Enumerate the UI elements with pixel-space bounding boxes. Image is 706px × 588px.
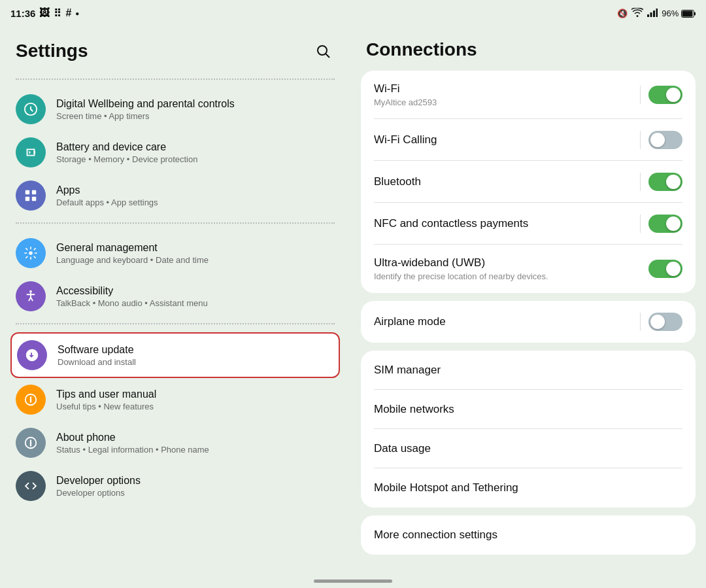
svg-rect-11	[32, 190, 36, 194]
tips-text: Tips and user manual Useful tips • New f…	[56, 389, 335, 411]
svg-point-14	[29, 251, 33, 255]
bluetooth-toggle[interactable]	[648, 173, 682, 191]
hotspot-item[interactable]: Mobile Hotspot and Tethering	[361, 468, 696, 508]
svg-rect-13	[32, 197, 36, 201]
hashtag-icon: #	[65, 7, 71, 19]
wifi-item[interactable]: Wi-Fi MyAltice ad2593	[361, 71, 696, 119]
wifi-toggle[interactable]	[648, 86, 682, 104]
general-title: General management	[56, 242, 335, 254]
settings-item-accessibility[interactable]: Accessibility TalkBack • Mono audio • As…	[10, 275, 340, 318]
accessibility-title: Accessibility	[56, 285, 335, 297]
wifi-calling-right	[640, 131, 682, 149]
wifi-calling-divider	[640, 131, 641, 149]
airplane-item[interactable]: Airplane mode	[361, 301, 696, 343]
bluetooth-right	[640, 173, 682, 191]
general-icon	[16, 238, 46, 268]
wifi-left: Wi-Fi MyAltice ad2593	[374, 82, 437, 107]
connections-card-1: Wi-Fi MyAltice ad2593 Wi-Fi Calling	[361, 71, 696, 293]
mute-icon: 🔇	[617, 9, 628, 18]
wifi-calling-toggle[interactable]	[648, 131, 682, 149]
settings-item-general[interactable]: General management Language and keyboard…	[10, 232, 340, 275]
svg-point-7	[318, 46, 327, 55]
settings-item-tips[interactable]: Tips and user manual Useful tips • New f…	[10, 378, 340, 421]
connections-card-4: More connection settings	[361, 515, 696, 555]
settings-item-battery[interactable]: Battery and device care Storage • Memory…	[10, 131, 340, 174]
battery-subtitle: Storage • Memory • Device protection	[56, 154, 335, 164]
battery-icon	[16, 137, 46, 167]
right-panel: Connections Wi-Fi MyAltice ad2593	[350, 26, 706, 588]
settings-item-digital-wellbeing[interactable]: Digital Wellbeing and parental controls …	[10, 88, 340, 131]
uwb-toggle[interactable]	[648, 260, 682, 278]
hotspot-title: Mobile Hotspot and Tethering	[374, 481, 518, 494]
divider-1	[16, 78, 335, 80]
bluetooth-divider	[640, 173, 641, 191]
digital-wellbeing-subtitle: Screen time • App timers	[56, 111, 335, 121]
svg-rect-3	[656, 9, 658, 17]
uwb-item[interactable]: Ultra-wideband (UWB) Identify the precis…	[361, 245, 696, 293]
mobile-networks-item[interactable]: Mobile networks	[361, 390, 696, 429]
left-header: Settings	[10, 39, 340, 63]
bluetooth-left: Bluetooth	[374, 175, 421, 188]
svg-rect-1	[650, 12, 652, 17]
nfc-title: NFC and contactless payments	[374, 217, 528, 230]
left-panel: Settings Digital Wellbeing and parental …	[0, 26, 350, 588]
developer-text: Developer options Developer options	[56, 475, 335, 498]
mobile-networks-title: Mobile networks	[374, 403, 454, 416]
data-usage-item[interactable]: Data usage	[361, 429, 696, 468]
search-button[interactable]	[311, 39, 335, 63]
software-update-icon	[17, 340, 47, 370]
nfc-right	[640, 215, 682, 233]
connections-title: Connections	[361, 39, 696, 60]
apps-icon: ⠿	[54, 7, 61, 20]
uwb-title: Ultra-wideband (UWB)	[374, 256, 548, 269]
about-text: About phone Status • Legal information •…	[56, 432, 335, 455]
connections-card-3: SIM manager Mobile networks Data usage M…	[361, 351, 696, 508]
bluetooth-item[interactable]: Bluetooth	[361, 161, 696, 203]
nfc-item[interactable]: NFC and contactless payments	[361, 203, 696, 245]
tips-subtitle: Useful tips • New features	[56, 402, 335, 411]
wifi-icon	[631, 8, 643, 19]
airplane-thumb	[650, 315, 665, 329]
svg-rect-6	[694, 12, 696, 16]
about-title: About phone	[56, 432, 335, 443]
airplane-right	[640, 313, 682, 331]
svg-line-8	[326, 54, 330, 58]
nfc-divider	[640, 215, 641, 233]
status-bar-left: 11:36 🖼 ⠿ # ●	[10, 7, 79, 20]
nfc-toggle[interactable]	[648, 215, 682, 233]
developer-title: Developer options	[56, 475, 335, 487]
about-icon	[16, 428, 46, 458]
settings-item-software-update[interactable]: Software update Download and install	[10, 332, 340, 378]
connections-card-2: Airplane mode	[361, 301, 696, 343]
general-subtitle: Language and keyboard • Date and time	[56, 255, 335, 265]
wifi-calling-thumb	[650, 133, 665, 147]
status-bar-right: 🔇 96%	[617, 8, 696, 19]
settings-item-apps[interactable]: Apps Default apps • App settings	[10, 174, 340, 217]
sim-manager-item[interactable]: SIM manager	[361, 351, 696, 390]
accessibility-subtitle: TalkBack • Mono audio • Assistant menu	[56, 298, 335, 308]
about-subtitle: Status • Legal information • Phone name	[56, 445, 335, 455]
airplane-toggle[interactable]	[648, 313, 682, 331]
main-container: Settings Digital Wellbeing and parental …	[0, 26, 706, 588]
photo-icon: 🖼	[39, 7, 50, 19]
apps-text: Apps Default apps • App settings	[56, 184, 335, 207]
tips-icon	[16, 385, 46, 415]
accessibility-text: Accessibility TalkBack • Mono audio • As…	[56, 285, 335, 308]
nfc-left: NFC and contactless payments	[374, 217, 528, 230]
settings-item-about[interactable]: About phone Status • Legal information •…	[10, 421, 340, 464]
more-connection-title: More connection settings	[374, 528, 497, 542]
more-connection-item[interactable]: More connection settings	[361, 515, 696, 555]
dot-icon: ●	[75, 10, 79, 17]
wifi-calling-item[interactable]: Wi-Fi Calling	[361, 119, 696, 161]
general-text: General management Language and keyboard…	[56, 242, 335, 265]
wifi-title: Wi-Fi	[374, 82, 437, 95]
airplane-title: Airplane mode	[374, 315, 446, 328]
software-update-subtitle: Download and install	[58, 357, 333, 367]
tips-title: Tips and user manual	[56, 389, 335, 400]
bottom-nav-bar	[314, 579, 392, 583]
airplane-divider	[640, 313, 641, 331]
settings-item-developer[interactable]: Developer options Developer options	[10, 464, 340, 508]
time-display: 11:36	[10, 8, 35, 19]
uwb-right	[648, 260, 682, 278]
sim-manager-title: SIM manager	[374, 364, 441, 377]
